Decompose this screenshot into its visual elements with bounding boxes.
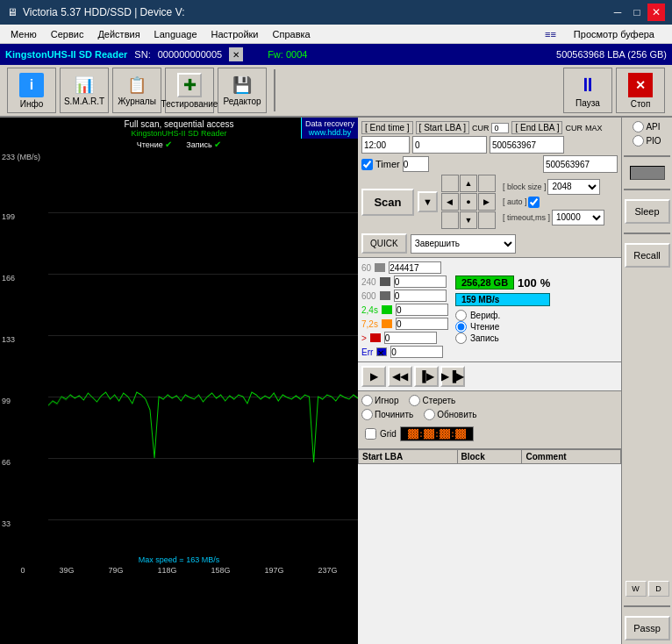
- sleep-button[interactable]: Sleep: [625, 199, 670, 224]
- finish-select[interactable]: Завершить: [411, 234, 516, 254]
- block-size-select[interactable]: 2048: [547, 179, 600, 195]
- read-radio-row: Чтение: [455, 321, 550, 333]
- timer-checkbox[interactable]: [361, 159, 373, 170]
- pct-symbol: %: [540, 276, 551, 290]
- info-button[interactable]: i Инфо: [7, 68, 56, 113]
- update-radio[interactable]: [424, 409, 435, 420]
- scan-dropdown-button[interactable]: ▼: [418, 191, 438, 212]
- y-label-66: 66: [2, 458, 11, 467]
- w-button[interactable]: W: [626, 581, 647, 597]
- play-button[interactable]: ▶: [361, 366, 386, 387]
- testing-button[interactable]: ✚ Тестирование: [165, 68, 214, 113]
- max-speed-label: Max speed = 163 MB/s: [0, 555, 358, 565]
- step-button[interactable]: ▐▶: [414, 366, 439, 387]
- write-radio[interactable]: [455, 333, 467, 344]
- data-recovery-url: www.hdd.by: [305, 128, 354, 137]
- arrow-left-button[interactable]: ◀: [441, 193, 459, 211]
- lba-table[interactable]: Start LBA Block Comment: [358, 448, 621, 644]
- device-name[interactable]: KingstonUHS-II SD Reader: [5, 49, 127, 60]
- update-label: Обновить: [437, 410, 476, 419]
- editor-icon: 💾: [232, 75, 252, 95]
- writing-label: Запись ✔: [186, 140, 221, 149]
- end-lba-input2[interactable]: [543, 155, 618, 173]
- grid-row: Grid ▓▓:▓▓:▓▓:▓▓: [361, 423, 618, 445]
- grid-checkbox[interactable]: [365, 428, 376, 440]
- timeout-select[interactable]: 10000: [552, 210, 604, 225]
- y-label-199: 199: [2, 212, 15, 221]
- erase-radio[interactable]: [409, 395, 420, 406]
- quick-button[interactable]: QUICK: [361, 233, 407, 254]
- arrow-up-button[interactable]: ▲: [460, 175, 477, 192]
- rewind-button[interactable]: ◀◀: [388, 366, 412, 387]
- testing-label: Тестирование: [161, 99, 218, 109]
- menu-item-menu[interactable]: Меню: [4, 27, 44, 41]
- fix-radio-wrap: Починить: [361, 409, 413, 420]
- arrow-center-button[interactable]: ●: [460, 193, 477, 211]
- smart-button[interactable]: 📊 S.M.A.R.T: [60, 68, 109, 113]
- sc-row-60: 60: [361, 261, 448, 274]
- passp-button[interactable]: Passp: [625, 616, 670, 640]
- waveform-svg: [48, 151, 358, 555]
- stop-button[interactable]: ✕ Стоп: [616, 68, 665, 113]
- pause-button[interactable]: ⏸ Пауза: [563, 68, 612, 113]
- verif-radio[interactable]: [455, 310, 467, 321]
- ignore-label: Игнор: [375, 396, 398, 405]
- main-area: Full scan, sequential access KingstonUHS…: [0, 118, 672, 644]
- end-time-label: [ End time ]: [361, 121, 413, 134]
- auto-label: [ auto ]: [503, 197, 527, 206]
- menu-item-service[interactable]: Сервис: [44, 27, 91, 41]
- mode-radio-group: Вериф. Чтение Запись: [455, 310, 550, 344]
- menu-item-actions[interactable]: Действия: [90, 27, 147, 41]
- stop-label: Стоп: [631, 99, 651, 109]
- end-time-input[interactable]: [361, 136, 410, 154]
- fix-label: Починить: [375, 410, 413, 419]
- api-radio[interactable]: [633, 121, 644, 132]
- info-label: Инфо: [20, 99, 44, 109]
- y-label-166: 166: [2, 274, 15, 283]
- gb-value: 256,28 GB: [455, 275, 514, 290]
- reading-label: Чтение ✔: [137, 140, 173, 149]
- separator-2: [624, 189, 670, 190]
- start-lba-input[interactable]: [412, 136, 487, 154]
- close-button[interactable]: ✕: [647, 4, 665, 21]
- scan-button[interactable]: Scan: [361, 189, 414, 216]
- end-cur-label: CUR: [565, 124, 583, 132]
- timeout-label: [ timeout,ms ]: [503, 213, 550, 222]
- sc-box-24s: [382, 305, 392, 314]
- menu-item-help[interactable]: Справка: [266, 27, 318, 41]
- menu-item-buffer[interactable]: Просмотр буфера: [567, 27, 661, 41]
- arrow-blank-1: [441, 175, 459, 192]
- erase-radio-wrap: Стереть: [409, 395, 455, 406]
- arrow-right-button[interactable]: ▶: [478, 193, 496, 211]
- maximize-button[interactable]: □: [628, 4, 646, 21]
- verif-radio-row: Вериф.: [455, 310, 550, 321]
- device-close-button[interactable]: ✕: [229, 47, 243, 61]
- arrow-blank-3: [441, 211, 459, 229]
- menu-item-settings[interactable]: Настройки: [204, 27, 266, 41]
- end-button[interactable]: ▶▐▶: [440, 366, 465, 387]
- smart-label: S.M.A.R.T: [64, 97, 104, 106]
- block-size-panel: [ block size ] 2048 [ auto ] [ timeout,m…: [503, 179, 604, 225]
- sc-box-err: ✕: [376, 347, 387, 356]
- fix-radio[interactable]: [361, 409, 373, 420]
- pause-icon: ⏸: [578, 74, 597, 97]
- timer-input[interactable]: [403, 156, 429, 172]
- action-row-2: Починить Обновить: [361, 409, 618, 420]
- auto-checkbox[interactable]: [528, 197, 540, 208]
- ignore-radio[interactable]: [361, 395, 373, 406]
- end-lba-input[interactable]: [490, 136, 564, 154]
- stop-icon: ✕: [628, 73, 653, 97]
- d-button[interactable]: D: [648, 581, 669, 597]
- journals-button[interactable]: 📋 Журналы: [112, 68, 161, 113]
- minimize-button[interactable]: ─: [609, 4, 626, 21]
- read-radio[interactable]: [455, 321, 467, 333]
- sc-row-600: 600: [361, 290, 448, 302]
- arrow-down-button[interactable]: ▼: [460, 211, 477, 229]
- pio-radio[interactable]: [633, 135, 644, 147]
- editor-button[interactable]: 💾 Редактор: [218, 68, 267, 113]
- menu-item-language[interactable]: Language: [147, 27, 204, 41]
- recall-button[interactable]: Recall: [625, 243, 670, 268]
- grid-label: Grid: [380, 429, 397, 439]
- count-600-input: [394, 290, 447, 302]
- ignore-radio-wrap: Игнор: [361, 395, 398, 406]
